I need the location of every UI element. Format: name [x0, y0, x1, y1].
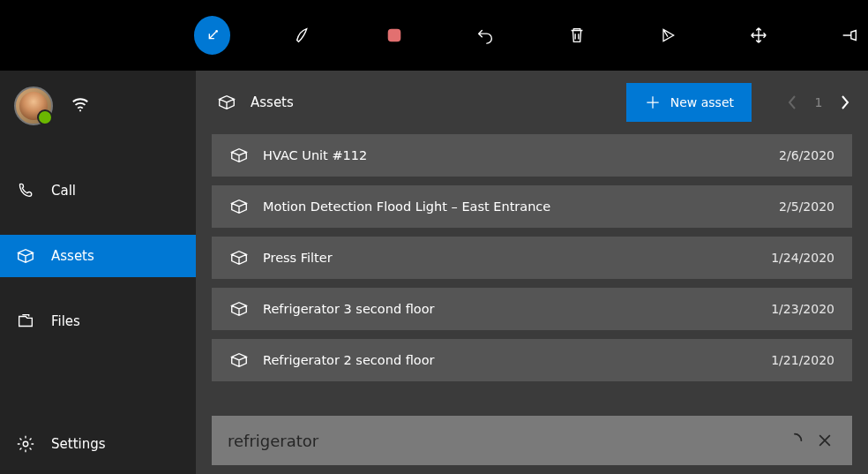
- asset-row[interactable]: Press Filter 1/24/2020: [212, 237, 852, 279]
- asset-name: Press Filter: [263, 251, 757, 265]
- move-tool[interactable]: [741, 16, 777, 55]
- delete-tool[interactable]: [558, 16, 595, 55]
- search-clear-button[interactable]: [810, 425, 840, 455]
- asset-row[interactable]: Motion Detection Flood Light – East Entr…: [212, 185, 852, 228]
- undo-tool[interactable]: [468, 16, 504, 55]
- play-tool[interactable]: [649, 16, 685, 55]
- pin-tool[interactable]: [832, 16, 868, 55]
- asset-date: 1/23/2020: [771, 302, 834, 316]
- asset-name: HVAC Unit #112: [263, 148, 765, 162]
- pencil-tool[interactable]: [285, 16, 321, 55]
- main-layout: Call Assets Files Settings Assets: [0, 71, 868, 474]
- asset-row[interactable]: HVAC Unit #112 2/6/2020: [212, 134, 852, 177]
- asset-name: Motion Detection Flood Light – East Entr…: [263, 199, 765, 214]
- asset-date: 1/24/2020: [771, 251, 834, 265]
- new-asset-label: New asset: [670, 95, 734, 109]
- search-input[interactable]: [228, 432, 780, 450]
- asset-date: 2/5/2020: [779, 199, 834, 214]
- svg-rect-1: [388, 29, 400, 41]
- page-prev[interactable]: [782, 83, 804, 122]
- asset-box-icon: [229, 197, 249, 216]
- profile-row: [0, 87, 196, 143]
- nav-files[interactable]: Files: [0, 300, 196, 342]
- asset-box-icon: [229, 248, 249, 267]
- sidebar: Call Assets Files Settings: [0, 71, 196, 474]
- asset-box-icon: [217, 93, 236, 112]
- nav-call[interactable]: Call: [0, 169, 196, 212]
- asset-row[interactable]: Refrigerator 2 second floor 1/21/2020: [212, 339, 852, 381]
- content-title-wrap: Assets: [217, 93, 612, 112]
- pager: 1: [782, 83, 856, 122]
- top-toolbar: [0, 0, 868, 71]
- asset-date: 1/21/2020: [771, 353, 834, 367]
- nav-settings-label: Settings: [51, 436, 106, 452]
- user-avatar[interactable]: [14, 87, 53, 125]
- content-header: Assets New asset 1: [196, 71, 868, 134]
- wifi-icon: [71, 94, 90, 117]
- stop-record-tool[interactable]: [377, 16, 413, 55]
- search-bar: [212, 416, 852, 465]
- asset-box-icon: [229, 350, 249, 370]
- nav-call-label: Call: [51, 183, 76, 199]
- content-panel: Assets New asset 1 HVAC Unit #112 2/6/20…: [196, 71, 868, 474]
- asset-row[interactable]: Refrigerator 3 second floor 1/23/2020: [212, 288, 852, 330]
- search-loading-icon: [780, 425, 810, 455]
- asset-box-icon: [229, 146, 249, 165]
- new-asset-button[interactable]: New asset: [626, 83, 752, 122]
- asset-name: Refrigerator 2 second floor: [263, 353, 757, 367]
- page-number: 1: [804, 95, 833, 109]
- asset-name: Refrigerator 3 second floor: [263, 302, 757, 316]
- asset-date: 2/6/2020: [779, 148, 834, 162]
- asset-list: HVAC Unit #112 2/6/2020 Motion Detection…: [196, 134, 868, 402]
- svg-point-0: [215, 30, 218, 33]
- asset-box-icon: [229, 299, 249, 319]
- svg-point-2: [79, 109, 81, 111]
- nav-files-label: Files: [51, 313, 80, 329]
- plus-icon: [644, 94, 662, 111]
- nav: Call Assets Files: [0, 169, 196, 342]
- content-title: Assets: [251, 94, 294, 110]
- nav-settings[interactable]: Settings: [0, 423, 196, 465]
- page-next[interactable]: [833, 83, 856, 122]
- svg-point-3: [23, 441, 28, 447]
- nav-assets[interactable]: Assets: [0, 235, 196, 277]
- nav-assets-label: Assets: [51, 248, 94, 264]
- ink-arrow-tool[interactable]: [194, 16, 230, 55]
